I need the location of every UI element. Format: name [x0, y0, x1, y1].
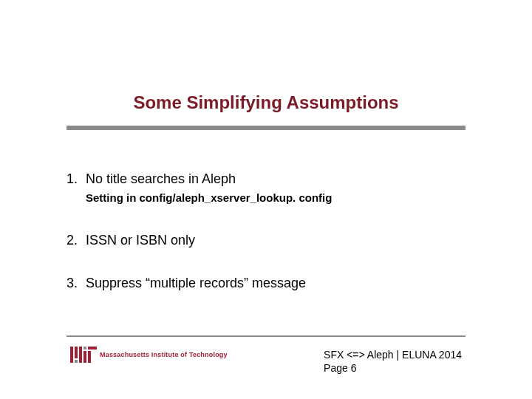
list-subtext: Setting in config/aleph_xserver_lookup. … [86, 191, 466, 205]
list-text: ISSN or ISBN only [86, 231, 195, 249]
mit-logo-icon [70, 347, 100, 363]
footer-text: SFX <=> Aleph | ELUNA 2014 Page 6 [324, 348, 462, 375]
list-item-line: 2. ISSN or ISBN only [66, 231, 466, 249]
list-text: Suppress “multiple records” message [86, 274, 306, 292]
list-item-line: 1. No title searches in Aleph [66, 170, 466, 188]
footer-divider [66, 335, 466, 337]
slide-title: Some Simplifying Assumptions [0, 92, 532, 113]
list-item: 2. ISSN or ISBN only [66, 231, 466, 249]
list-item-line: 3. Suppress “multiple records” message [66, 274, 466, 292]
slide: Some Simplifying Assumptions 1. No title… [0, 0, 532, 399]
footer: Massachusetts Institute of Technology SF… [66, 344, 466, 381]
list-number: 1. [66, 170, 86, 188]
list-item: 1. No title searches in Aleph Setting in… [66, 170, 466, 206]
list-item: 3. Suppress “multiple records” message [66, 274, 466, 292]
footer-line2: Page 6 [324, 361, 462, 375]
title-divider [66, 126, 466, 130]
mit-logo: Massachusetts Institute of Technology [70, 347, 228, 363]
footer-line1: SFX <=> Aleph | ELUNA 2014 [324, 348, 462, 361]
list-number: 3. [66, 274, 86, 292]
mit-logo-text: Massachusetts Institute of Technology [100, 351, 228, 358]
list-number: 2. [66, 231, 86, 249]
list-text: No title searches in Aleph [86, 170, 236, 188]
slide-body: 1. No title searches in Aleph Setting in… [66, 170, 466, 317]
